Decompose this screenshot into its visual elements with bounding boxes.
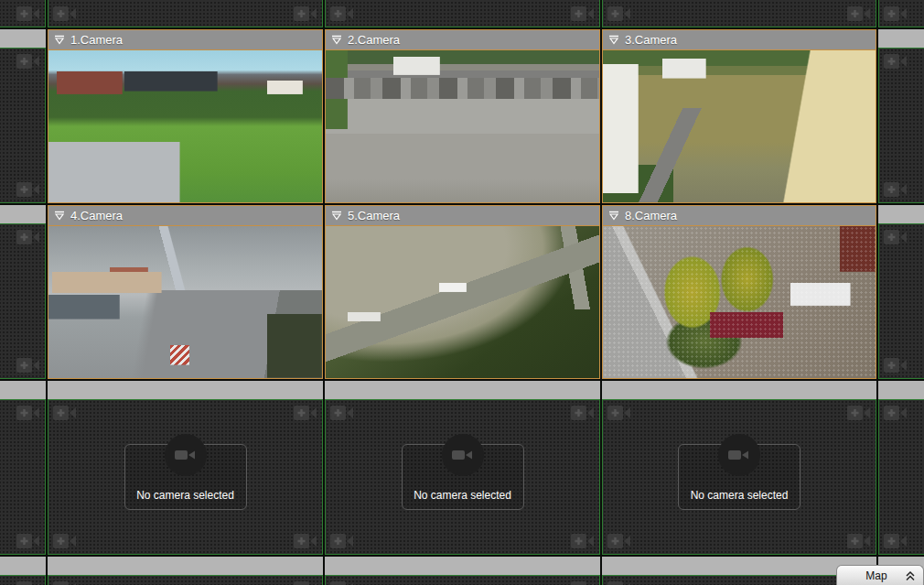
add-camera-icon[interactable] [16, 532, 41, 550]
tile-drop-area[interactable] [48, 0, 323, 27]
add-camera-icon[interactable] [329, 532, 355, 550]
camera-tile-header[interactable]: 8.Camera [603, 206, 876, 226]
tile-drop-area[interactable] [602, 0, 876, 27]
tile-drop-area[interactable] [0, 0, 46, 27]
add-camera-icon[interactable] [846, 404, 872, 422]
filter-icon[interactable] [608, 211, 619, 222]
empty-tile[interactable] [0, 557, 46, 585]
add-camera-icon[interactable] [52, 532, 78, 550]
tile-drop-area[interactable]: No camera selected [325, 399, 600, 555]
tile-drop-area[interactable] [325, 575, 600, 585]
add-camera-icon[interactable] [16, 356, 41, 374]
add-camera-icon[interactable] [52, 5, 78, 23]
empty-tile[interactable] [878, 0, 924, 27]
camera-video[interactable] [48, 226, 322, 378]
camera-tile-header[interactable]: 2.Camera [326, 30, 599, 50]
empty-tile[interactable]: No camera selected [325, 381, 600, 555]
filter-icon[interactable] [54, 35, 65, 46]
tile-drop-area[interactable] [0, 399, 46, 555]
add-camera-icon[interactable] [293, 580, 318, 585]
camera-video[interactable] [603, 50, 876, 202]
empty-tile[interactable] [325, 557, 600, 585]
add-camera-icon[interactable] [570, 5, 596, 23]
tile-drop-area[interactable] [602, 575, 876, 585]
empty-tile[interactable]: No camera selected [602, 381, 876, 555]
add-camera-icon[interactable] [16, 52, 41, 70]
add-camera-icon[interactable] [883, 356, 908, 374]
filter-icon[interactable] [331, 211, 342, 222]
empty-tile[interactable] [878, 29, 924, 203]
camera-tile-5[interactable]: 5.Camera [325, 205, 600, 379]
empty-tile[interactable] [325, 0, 600, 27]
camera-tile-4[interactable]: 4.Camera [48, 205, 323, 379]
add-camera-icon[interactable] [293, 532, 318, 550]
empty-tile[interactable] [602, 0, 876, 27]
camera-video[interactable] [326, 226, 599, 378]
add-camera-icon[interactable] [570, 580, 596, 585]
add-camera-icon[interactable] [883, 404, 908, 422]
empty-tile[interactable] [878, 205, 924, 379]
tile-drop-area[interactable]: No camera selected [48, 399, 323, 555]
empty-tile[interactable] [602, 557, 876, 585]
camera-tile-1[interactable]: 1.Camera [48, 29, 323, 203]
add-camera-icon[interactable] [16, 580, 41, 585]
camera-tile-8[interactable]: 8.Camera [602, 205, 876, 379]
add-camera-icon[interactable] [16, 228, 41, 246]
add-camera-icon[interactable] [329, 5, 355, 23]
add-camera-icon[interactable] [607, 580, 632, 585]
add-camera-icon[interactable] [607, 532, 632, 550]
empty-tile[interactable] [48, 557, 323, 585]
add-camera-icon[interactable] [846, 532, 872, 550]
tile-drop-area[interactable] [325, 0, 600, 27]
filter-icon[interactable] [54, 211, 65, 222]
camera-tile-2[interactable]: 2.Camera [325, 29, 600, 203]
filter-icon[interactable] [608, 35, 619, 46]
camera-tile-header[interactable]: 1.Camera [48, 30, 322, 50]
tile-drop-area[interactable] [878, 48, 924, 203]
add-camera-icon[interactable] [52, 580, 78, 585]
camera-tile-header[interactable]: 4.Camera [48, 206, 322, 226]
add-camera-icon[interactable] [16, 404, 41, 422]
tile-drop-area[interactable] [48, 575, 323, 585]
add-camera-icon[interactable] [16, 5, 41, 23]
map-panel-button[interactable]: Map [836, 565, 924, 585]
add-camera-icon[interactable] [883, 180, 908, 199]
tile-drop-area[interactable] [878, 223, 924, 379]
empty-tile[interactable] [0, 381, 46, 555]
add-camera-icon[interactable] [293, 404, 318, 422]
camera-tile-3[interactable]: 3.Camera [602, 29, 876, 203]
add-camera-icon[interactable] [329, 580, 355, 585]
camera-video[interactable] [326, 50, 599, 202]
add-camera-icon[interactable] [883, 5, 908, 23]
no-camera-placeholder: No camera selected [124, 444, 247, 510]
empty-tile[interactable] [0, 29, 46, 203]
add-camera-icon[interactable] [607, 404, 632, 422]
empty-tile[interactable] [48, 0, 323, 27]
add-camera-icon[interactable] [293, 5, 318, 23]
tile-drop-area[interactable] [0, 575, 46, 585]
tile-drop-area[interactable] [0, 223, 46, 379]
add-camera-icon[interactable] [570, 532, 596, 550]
tile-drop-area[interactable]: No camera selected [602, 399, 876, 555]
tile-drop-area[interactable] [0, 48, 46, 203]
add-camera-icon[interactable] [883, 532, 908, 550]
tile-drop-area[interactable] [878, 0, 924, 27]
add-camera-icon[interactable] [329, 404, 355, 422]
empty-tile[interactable] [0, 205, 46, 379]
camera-tile-header[interactable]: 3.Camera [603, 30, 876, 50]
camera-video[interactable] [48, 50, 322, 202]
camera-tile-header[interactable]: 5.Camera [326, 206, 599, 226]
camera-video[interactable] [603, 226, 876, 378]
filter-icon[interactable] [331, 35, 342, 46]
add-camera-icon[interactable] [16, 180, 41, 199]
tile-drop-area[interactable] [878, 399, 924, 555]
add-camera-icon[interactable] [883, 52, 908, 70]
empty-tile[interactable] [878, 381, 924, 555]
empty-tile[interactable]: No camera selected [48, 381, 323, 555]
add-camera-icon[interactable] [52, 404, 78, 422]
add-camera-icon[interactable] [570, 404, 596, 422]
add-camera-icon[interactable] [607, 5, 632, 23]
add-camera-icon[interactable] [846, 5, 872, 23]
empty-tile[interactable] [0, 0, 46, 27]
add-camera-icon[interactable] [883, 228, 908, 246]
